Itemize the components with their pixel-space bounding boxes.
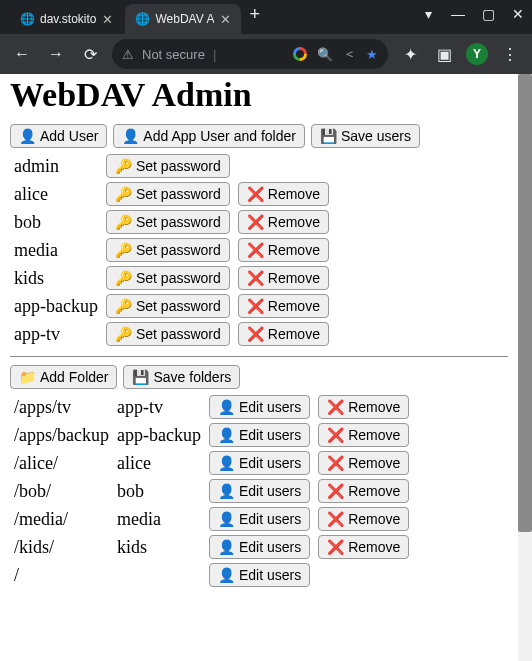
remove-user-button[interactable]: ❌Remove	[238, 294, 329, 318]
user-row: bob🔑Set password❌Remove	[10, 208, 333, 236]
person-icon: 👤	[19, 128, 36, 144]
folder-row: /bob/bob👤Edit users❌Remove	[10, 477, 413, 505]
tab-label: WebDAV A	[155, 12, 214, 26]
menu-icon[interactable]: ⋮	[498, 42, 522, 66]
user-row: kids🔑Set password❌Remove	[10, 264, 333, 292]
remove-folder-button[interactable]: ❌Remove	[318, 451, 409, 475]
folder-path: /media/	[10, 505, 113, 533]
key-icon: 🔑	[115, 214, 132, 230]
save-folders-button[interactable]: 💾 Save folders	[123, 365, 240, 389]
chevron-down-icon[interactable]: ▾	[420, 6, 436, 22]
scrollbar-track[interactable]	[518, 74, 532, 661]
person-icon: 👤	[218, 483, 235, 499]
globe-icon: 🌐	[20, 12, 34, 26]
folder-owner: app-tv	[113, 393, 205, 421]
folder-owner: app-backup	[113, 421, 205, 449]
close-window-icon[interactable]: ✕	[510, 6, 526, 22]
x-icon: ❌	[327, 483, 344, 499]
user-name: media	[10, 236, 102, 264]
x-icon: ❌	[247, 214, 264, 230]
remove-user-button[interactable]: ❌Remove	[238, 266, 329, 290]
user-row: admin🔑Set password	[10, 152, 333, 180]
star-icon[interactable]: ★	[366, 47, 378, 62]
user-name: app-backup	[10, 292, 102, 320]
new-tab-button[interactable]: +	[243, 4, 268, 31]
x-icon: ❌	[327, 539, 344, 555]
person-icon: 👤	[218, 511, 235, 527]
forward-button[interactable]: →	[44, 42, 68, 66]
set-password-button[interactable]: 🔑Set password	[106, 154, 230, 178]
folder-path: /bob/	[10, 477, 113, 505]
scrollbar-thumb[interactable]	[518, 74, 532, 532]
edit-users-button[interactable]: 👤Edit users	[209, 423, 310, 447]
share-icon[interactable]: ＜	[343, 45, 356, 63]
divider	[10, 356, 508, 357]
set-password-button[interactable]: 🔑Set password	[106, 182, 230, 206]
close-icon[interactable]: ✕	[102, 12, 113, 27]
folder-owner: bob	[113, 477, 205, 505]
key-icon: 🔑	[115, 270, 132, 286]
folder-row: /👤Edit users	[10, 561, 413, 589]
folder-row: /apps/tvapp-tv👤Edit users❌Remove	[10, 393, 413, 421]
google-icon[interactable]	[293, 47, 307, 61]
x-icon: ❌	[327, 455, 344, 471]
edit-users-button[interactable]: 👤Edit users	[209, 395, 310, 419]
add-folder-button[interactable]: 📁 Add Folder	[10, 365, 117, 389]
remove-user-button[interactable]: ❌Remove	[238, 182, 329, 206]
users-table: admin🔑Set passwordalice🔑Set password❌Rem…	[10, 152, 333, 348]
avatar[interactable]: Y	[466, 43, 488, 65]
page-content: WebDAV Admin 👤 Add User 👤 Add App User a…	[0, 74, 518, 599]
remove-user-button[interactable]: ❌Remove	[238, 322, 329, 346]
folder-actions-row: 📁 Add Folder 💾 Save folders	[10, 365, 508, 389]
user-actions-row: 👤 Add User 👤 Add App User and folder 💾 S…	[10, 124, 508, 148]
remove-user-button[interactable]: ❌Remove	[238, 210, 329, 234]
folder-row: /apps/backupapp-backup👤Edit users❌Remove	[10, 421, 413, 449]
set-password-button[interactable]: 🔑Set password	[106, 266, 230, 290]
edit-users-button[interactable]: 👤Edit users	[209, 451, 310, 475]
edit-users-button[interactable]: 👤Edit users	[209, 535, 310, 559]
set-password-button[interactable]: 🔑Set password	[106, 210, 230, 234]
folder-path: /	[10, 561, 113, 589]
browser-titlebar: 🌐 dav.stokito ✕ 🌐 WebDAV A ✕ + ▾ — ▢ ✕	[0, 0, 532, 34]
close-icon[interactable]: ✕	[220, 12, 231, 27]
tab-inactive[interactable]: 🌐 dav.stokito ✕	[10, 4, 123, 34]
folder-path: /apps/backup	[10, 421, 113, 449]
x-icon: ❌	[327, 427, 344, 443]
zoom-icon[interactable]: 🔍	[317, 47, 333, 62]
sidepanel-icon[interactable]: ▣	[432, 42, 456, 66]
remove-folder-button[interactable]: ❌Remove	[318, 395, 409, 419]
reload-button[interactable]: ⟳	[78, 42, 102, 66]
x-icon: ❌	[327, 399, 344, 415]
key-icon: 🔑	[115, 158, 132, 174]
person-icon: 👤	[218, 455, 235, 471]
window-controls: ▾ — ▢ ✕	[420, 6, 526, 22]
key-icon: 🔑	[115, 298, 132, 314]
add-app-user-button[interactable]: 👤 Add App User and folder	[113, 124, 305, 148]
edit-users-button[interactable]: 👤Edit users	[209, 563, 310, 587]
edit-users-button[interactable]: 👤Edit users	[209, 479, 310, 503]
person-icon: 👤	[218, 539, 235, 555]
remove-folder-button[interactable]: ❌Remove	[318, 423, 409, 447]
set-password-button[interactable]: 🔑Set password	[106, 294, 230, 318]
edit-users-button[interactable]: 👤Edit users	[209, 507, 310, 531]
remove-folder-button[interactable]: ❌Remove	[318, 479, 409, 503]
back-button[interactable]: ←	[10, 42, 34, 66]
remove-folder-button[interactable]: ❌Remove	[318, 507, 409, 531]
minimize-icon[interactable]: —	[450, 6, 466, 22]
remove-folder-button[interactable]: ❌Remove	[318, 535, 409, 559]
folder-row: /kids/kids👤Edit users❌Remove	[10, 533, 413, 561]
user-row: alice🔑Set password❌Remove	[10, 180, 333, 208]
folder-row: /media/media👤Edit users❌Remove	[10, 505, 413, 533]
person-icon: 👤	[218, 427, 235, 443]
add-user-button[interactable]: 👤 Add User	[10, 124, 107, 148]
set-password-button[interactable]: 🔑Set password	[106, 238, 230, 262]
set-password-button[interactable]: 🔑Set password	[106, 322, 230, 346]
save-icon: 💾	[320, 128, 337, 144]
omnibox[interactable]: ⚠ Not secure | 🔍 ＜ ★	[112, 39, 388, 69]
remove-user-button[interactable]: ❌Remove	[238, 238, 329, 262]
maximize-icon[interactable]: ▢	[480, 6, 496, 22]
extensions-icon[interactable]: ✦	[398, 42, 422, 66]
folder-path: /apps/tv	[10, 393, 113, 421]
tab-active[interactable]: 🌐 WebDAV A ✕	[125, 4, 241, 34]
save-users-button[interactable]: 💾 Save users	[311, 124, 420, 148]
